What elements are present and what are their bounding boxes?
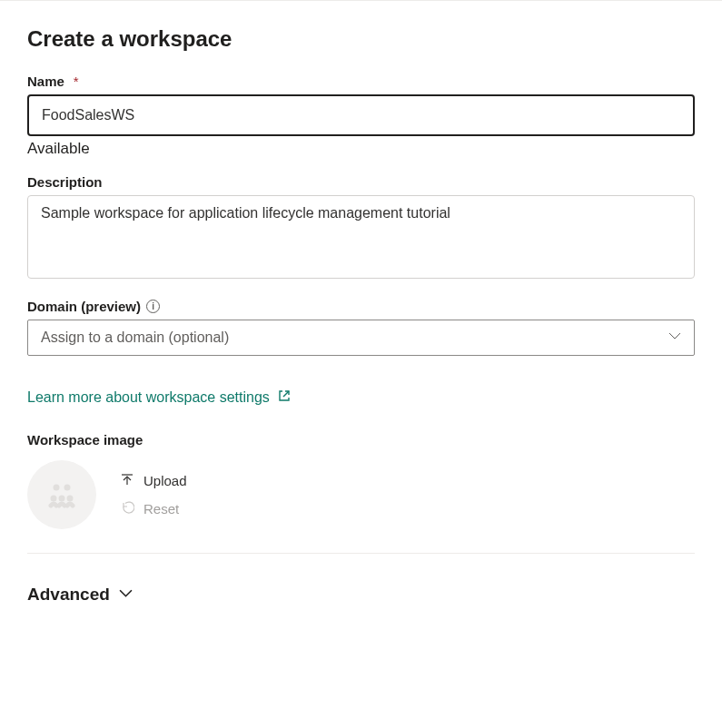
reset-label: Reset (143, 501, 179, 516)
description-field: Description (27, 174, 695, 282)
required-indicator: * (74, 74, 79, 89)
name-label: Name * (27, 74, 695, 89)
reset-button: Reset (120, 500, 187, 517)
external-link-icon (277, 389, 292, 407)
description-label: Description (27, 174, 695, 190)
svg-point-1 (64, 485, 71, 491)
info-icon[interactable]: i (146, 300, 160, 313)
domain-field: Domain (preview) i Assign to a domain (o… (27, 299, 695, 356)
svg-point-3 (59, 496, 65, 502)
upload-icon (120, 472, 134, 489)
learn-more-link[interactable]: Learn more about workspace settings (27, 389, 292, 407)
workspace-avatar (27, 460, 96, 529)
workspace-image-row: Upload Reset (27, 460, 695, 529)
description-input[interactable] (27, 195, 695, 279)
name-label-text: Name (27, 74, 64, 89)
domain-label: Domain (preview) i (27, 299, 695, 314)
reset-icon (120, 500, 134, 517)
learn-more-text: Learn more about workspace settings (27, 389, 270, 406)
upload-label: Upload (143, 473, 187, 488)
page-title: Create a workspace (27, 26, 695, 52)
domain-select[interactable]: Assign to a domain (optional) (27, 320, 695, 356)
svg-point-2 (51, 496, 57, 502)
name-field: Name * Available (27, 74, 695, 158)
upload-button[interactable]: Upload (120, 472, 187, 489)
advanced-toggle[interactable]: Advanced (27, 585, 133, 605)
domain-placeholder: Assign to a domain (optional) (41, 330, 229, 346)
chevron-down-icon (668, 330, 681, 346)
advanced-label: Advanced (27, 585, 110, 605)
chevron-down-icon (119, 585, 133, 605)
divider (27, 553, 695, 554)
image-actions: Upload Reset (120, 472, 187, 517)
domain-label-text: Domain (preview) (27, 299, 141, 314)
svg-point-4 (67, 496, 74, 502)
workspace-image-label: Workspace image (27, 432, 695, 448)
svg-point-0 (54, 485, 60, 491)
name-status: Available (27, 140, 695, 158)
name-input[interactable] (27, 94, 695, 136)
